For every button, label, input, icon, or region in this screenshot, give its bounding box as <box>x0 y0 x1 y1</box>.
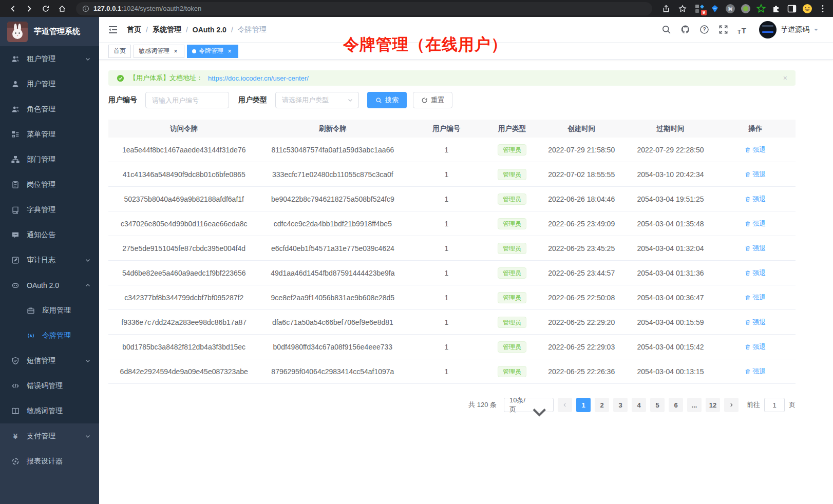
help-icon[interactable]: ? <box>699 25 709 35</box>
sidebar-item-label: 部门管理 <box>27 155 91 164</box>
browser-home-icon[interactable] <box>55 2 69 15</box>
address-bar[interactable]: 127.0.0.1:1024/system/oauth2/token <box>76 2 652 15</box>
page-button[interactable]: 1 <box>576 398 591 412</box>
page-button[interactable]: 2 <box>595 398 609 412</box>
user-type-badge: 管理员 <box>498 317 526 328</box>
sidebar-item[interactable]: 通知公告 <box>0 222 99 247</box>
user-type-cell: 管理员 <box>487 169 537 180</box>
force-logout-button[interactable]: 强退 <box>745 219 766 228</box>
sidebar-item[interactable]: 短信管理 <box>0 348 99 373</box>
tab-item[interactable]: 敏感词管理 <box>134 45 184 58</box>
sidebar-item[interactable]: 租户管理 <box>0 46 99 71</box>
extension-gem-icon[interactable] <box>710 4 720 14</box>
force-logout-button[interactable]: 强退 <box>745 268 766 278</box>
sidebar-item[interactable]: ¥支付管理 <box>0 423 99 449</box>
page-button[interactable]: 4 <box>632 398 646 412</box>
prev-page-button[interactable] <box>558 398 572 412</box>
table-row: f9336e7c7dd242a283ee98dc86b17a87dfa6c71a… <box>108 310 796 335</box>
sidebar-menu: 租户管理用户管理角色管理菜单管理部门管理岗位管理字典管理通知公告审计日志OAut… <box>0 46 99 423</box>
sidebar-item[interactable]: 令牌管理 <box>0 323 99 348</box>
user-menu[interactable]: 芋道源码 <box>759 21 819 38</box>
bookmark-star-icon[interactable] <box>676 2 689 15</box>
search-icon[interactable] <box>661 25 671 35</box>
sidebar-item-label: 字典管理 <box>27 205 91 215</box>
sidebar-item[interactable]: OAuth 2.0 <box>0 273 99 298</box>
force-logout-button[interactable]: 强退 <box>745 293 766 302</box>
extension-command-icon[interactable]: ⌘ <box>725 4 735 14</box>
sidebar-item[interactable]: 部门管理 <box>0 147 99 172</box>
user-id-cell: 1 <box>406 343 487 351</box>
sidebar-item-label: 敏感词管理 <box>27 406 91 416</box>
expire-time-cell: 2054-03-04 01:31:36 <box>626 269 715 277</box>
next-page-button[interactable] <box>724 398 739 412</box>
browser-reload-icon[interactable] <box>39 2 52 15</box>
profile-emoji-icon[interactable] <box>802 4 812 14</box>
site-info-icon[interactable] <box>82 5 89 12</box>
page-size-select[interactable]: 10条/页 <box>504 398 554 412</box>
reset-button[interactable]: 重置 <box>413 92 452 108</box>
doc-link[interactable]: https://doc.iocoder.cn/user-center/ <box>208 74 309 82</box>
expire-time-cell: 2054-03-04 01:32:04 <box>626 244 715 253</box>
browser-back-icon[interactable] <box>6 2 20 15</box>
tab-item[interactable]: 首页 <box>108 45 131 58</box>
page-button[interactable]: 12 <box>706 398 720 412</box>
browser-menu-icon[interactable] <box>818 4 828 14</box>
page-button[interactable]: 5 <box>650 398 665 412</box>
tab-active-dot <box>192 49 196 53</box>
pager-ellipsis[interactable]: ... <box>687 398 702 412</box>
force-logout-button[interactable]: 强退 <box>745 367 766 376</box>
font-size-icon[interactable]: TT <box>737 25 747 35</box>
share-icon[interactable] <box>659 2 673 15</box>
side-panel-icon[interactable] <box>787 4 797 14</box>
sidebar-item[interactable]: 角色管理 <box>0 96 99 122</box>
force-logout-button[interactable]: 强退 <box>745 342 766 352</box>
action-cell: 强退 <box>715 145 796 154</box>
browser-forward-icon[interactable] <box>23 2 36 15</box>
alert-close-icon[interactable] <box>783 74 787 82</box>
sidebar-item[interactable]: 字典管理 <box>0 197 99 222</box>
post-badge-icon <box>11 181 20 189</box>
breadcrumb-item: 令牌管理 <box>238 25 267 34</box>
force-logout-button[interactable]: 强退 <box>745 195 766 204</box>
sidebar-item[interactable]: 用户管理 <box>0 71 99 96</box>
user-type-select[interactable]: 请选择用户类型 <box>275 92 359 108</box>
close-icon[interactable] <box>226 48 233 55</box>
sidebar-menu-bottom: ¥支付管理报表设计器 <box>0 423 99 474</box>
close-icon[interactable] <box>172 48 179 55</box>
extension-star-icon[interactable] <box>756 4 766 14</box>
user-icon <box>11 80 20 88</box>
fullscreen-icon[interactable] <box>718 25 728 35</box>
sidebar-item[interactable]: 应用管理 <box>0 298 99 323</box>
force-logout-button[interactable]: 强退 <box>745 145 766 154</box>
sidebar-item[interactable]: 菜单管理 <box>0 122 99 147</box>
goto-page-input[interactable] <box>764 398 785 412</box>
annotation-text: 令牌管理（在线用户） <box>343 34 507 55</box>
breadcrumb-item[interactable]: OAuth 2.0 <box>193 26 226 34</box>
sidebar-item[interactable]: 审计日志 <box>0 247 99 273</box>
sidebar-item[interactable]: 错误码管理 <box>0 373 99 398</box>
oauth-robot-icon <box>11 281 20 289</box>
sidebar-item[interactable]: 敏感词管理 <box>0 398 99 423</box>
breadcrumb-item[interactable]: 首页 <box>127 25 141 34</box>
collapse-menu-icon[interactable] <box>107 24 119 35</box>
sidebar-item[interactable]: 报表设计器 <box>0 449 99 474</box>
extension-puzzle-icon[interactable] <box>771 4 782 14</box>
force-logout-button[interactable]: 强退 <box>745 318 766 327</box>
breadcrumb-item[interactable]: 系统管理 <box>153 25 181 34</box>
user-id-input[interactable] <box>145 92 229 108</box>
sidebar-item[interactable]: 岗位管理 <box>0 172 99 197</box>
pagination: 共 120 条 10条/页 123456...12 前往 页 <box>108 398 796 412</box>
search-button[interactable]: 搜索 <box>367 92 407 108</box>
extension-grid-icon[interactable]: 9 <box>694 4 705 14</box>
force-logout-button[interactable]: 强退 <box>745 170 766 179</box>
page-button[interactable]: 6 <box>669 398 683 412</box>
app-logo-bar[interactable]: 芋道管理系统 <box>0 17 99 46</box>
extension-record-icon[interactable] <box>741 4 751 14</box>
github-icon[interactable] <box>680 25 690 35</box>
chevron-down-icon <box>85 358 91 364</box>
tab-active[interactable]: 令牌管理 <box>187 45 238 58</box>
force-logout-button[interactable]: 强退 <box>745 244 766 253</box>
caret-down-icon <box>813 28 819 31</box>
page-button[interactable]: 3 <box>613 398 628 412</box>
user-id-cell: 1 <box>406 244 487 253</box>
